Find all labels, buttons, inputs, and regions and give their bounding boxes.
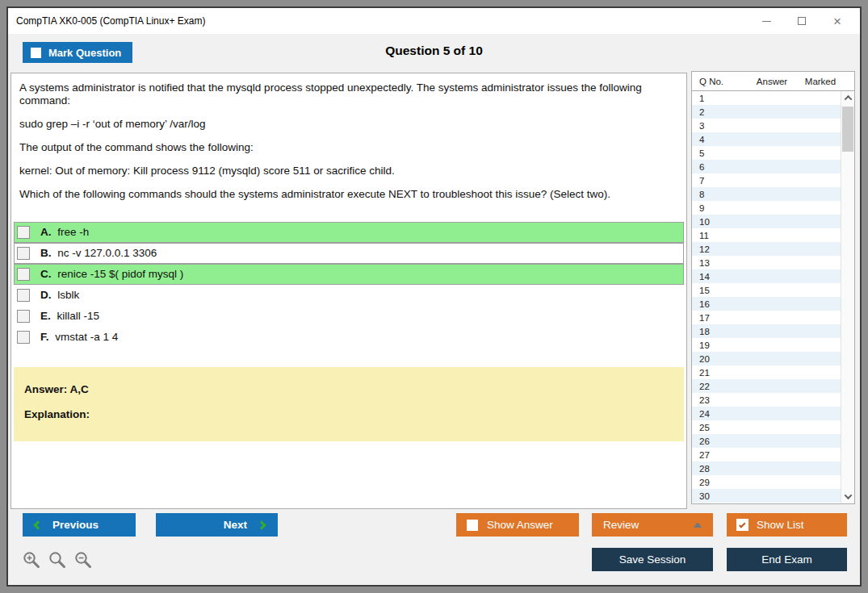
question-list-row[interactable]: 23 [692,393,841,407]
question-list-row[interactable]: 30 [692,489,841,503]
question-paragraph: A systems administrator is notified that… [19,81,678,107]
option-letter: D. [40,289,52,301]
end-exam-label: End Exam [761,553,811,566]
show-list-checkbox[interactable] [736,519,748,531]
question-list-row[interactable]: 7 [692,173,841,187]
question-list-row[interactable]: 28 [692,461,841,475]
show-answer-checkbox[interactable] [467,520,478,531]
option-letter: E. [40,310,51,322]
option-letter: F. [40,331,49,343]
chevron-left-icon [33,520,42,529]
option-checkbox[interactable] [17,310,30,323]
question-list-row[interactable]: 24 [692,407,841,420]
question-list-row[interactable]: 16 [692,297,841,311]
question-list-row[interactable]: 2 [692,105,841,119]
show-list-label: Show List [757,519,804,531]
qrow-number: 7 [699,176,741,186]
question-list-row[interactable]: 27 [692,448,841,461]
answer-option-row[interactable]: E. killall -15 [14,306,684,327]
question-list-row[interactable]: 1 [692,91,841,105]
answer-box: Answer: A,C Explanation: [14,367,684,441]
question-list-scrollbar[interactable] [841,91,854,503]
title-bar: CompTIA XK0-005 (CompTIA Linux+ Exam) × [8,8,860,34]
qrow-number: 14 [699,272,741,282]
question-list-row[interactable]: 20 [692,352,841,365]
question-list-row[interactable]: 13 [692,256,841,269]
end-exam-button[interactable]: End Exam [727,548,847,571]
question-paragraph: The output of the command shows the foll… [19,141,678,154]
answer-option-row[interactable]: B. nc -v 127.0.0.1 3306 [14,243,684,264]
zoom-reset-icon[interactable] [48,551,67,570]
option-checkbox[interactable] [17,289,30,302]
question-list-row[interactable]: 14 [692,269,841,283]
option-checkbox[interactable] [17,226,30,239]
next-button[interactable]: Next [156,513,278,537]
qrow-number: 29 [699,478,741,487]
option-text: vmstat -a 1 4 [52,331,119,343]
qrow-number: 15 [699,286,741,295]
qrow-number: 4 [699,135,741,144]
maximize-icon [798,17,806,25]
question-list-row[interactable]: 22 [692,379,841,393]
save-session-button[interactable]: Save Session [592,548,713,571]
question-output: kernel: Out of memory: Kill process 9112… [19,165,678,177]
previous-button[interactable]: Previous [23,513,136,537]
qrow-number: 21 [699,368,741,378]
minimize-button[interactable] [748,8,784,34]
question-list-row[interactable]: 17 [692,311,841,324]
question-list-row[interactable]: 6 [692,160,841,173]
zoom-out-icon[interactable] [74,551,93,570]
qrow-number: 10 [699,217,741,227]
question-list-row[interactable]: 11 [692,228,841,242]
close-button[interactable]: × [820,8,855,34]
answer-option-row[interactable]: A. free -h [14,222,684,243]
answer-text: Answer: A,C [24,383,684,395]
review-button[interactable]: Review [592,513,713,537]
qrow-number: 12 [699,244,741,254]
question-list-row[interactable]: 12 [692,242,841,256]
show-list-button[interactable]: Show List [727,513,847,537]
question-list-row[interactable]: 5 [692,146,841,160]
option-checkbox[interactable] [17,268,30,281]
close-icon: × [833,15,841,28]
question-list-row[interactable]: 29 [692,475,841,489]
zoom-in-icon[interactable] [23,551,41,570]
scroll-down-button[interactable] [841,490,854,503]
question-list-row[interactable]: 10 [692,215,841,228]
question-list-row[interactable]: 3 [692,119,841,132]
question-list-row[interactable]: 21 [692,365,841,379]
qrow-number: 23 [699,395,741,405]
previous-label: Previous [52,519,99,531]
answer-option-row[interactable]: C. renice -15 $( pidof mysql ) [14,264,684,285]
question-list-row[interactable]: 8 [692,187,841,201]
answer-option-row[interactable]: F. vmstat -a 1 4 [14,327,684,348]
question-panel: A systems administrator is notified that… [10,73,687,509]
qrow-number: 9 [699,203,741,213]
question-list-row[interactable]: 25 [692,420,841,434]
scrollbar-thumb[interactable] [842,106,853,152]
qrow-number: 27 [699,450,741,460]
column-header-marked: Marked [803,77,838,86]
zoom-controls [23,551,93,570]
scroll-up-button[interactable] [841,91,854,105]
show-answer-label: Show Answer [487,519,553,531]
option-text: killall -15 [54,310,99,322]
maximize-button[interactable] [784,8,820,34]
qrow-number: 8 [699,190,741,199]
question-list-row[interactable]: 18 [692,324,841,338]
question-list-row[interactable]: 19 [692,338,841,352]
qrow-number: 16 [699,299,741,309]
question-list-panel: Q No. Answer Marked 1 2 3 4 5 6 7 8 9 [691,71,855,504]
question-list-row[interactable]: 4 [692,132,841,146]
show-answer-button[interactable]: Show Answer [456,513,579,537]
option-text: renice -15 $( pidof mysql ) [55,268,184,280]
option-checkbox[interactable] [17,247,30,260]
question-list-header: Q No. Answer Marked [692,72,854,91]
qrow-number: 19 [699,340,741,350]
option-checkbox[interactable] [17,331,30,344]
explanation-label: Explanation: [24,408,684,420]
question-list-row[interactable]: 26 [692,434,841,448]
answer-option-row[interactable]: D. lsblk [14,285,684,306]
question-list-row[interactable]: 15 [692,283,841,297]
question-list-row[interactable]: 9 [692,201,841,215]
